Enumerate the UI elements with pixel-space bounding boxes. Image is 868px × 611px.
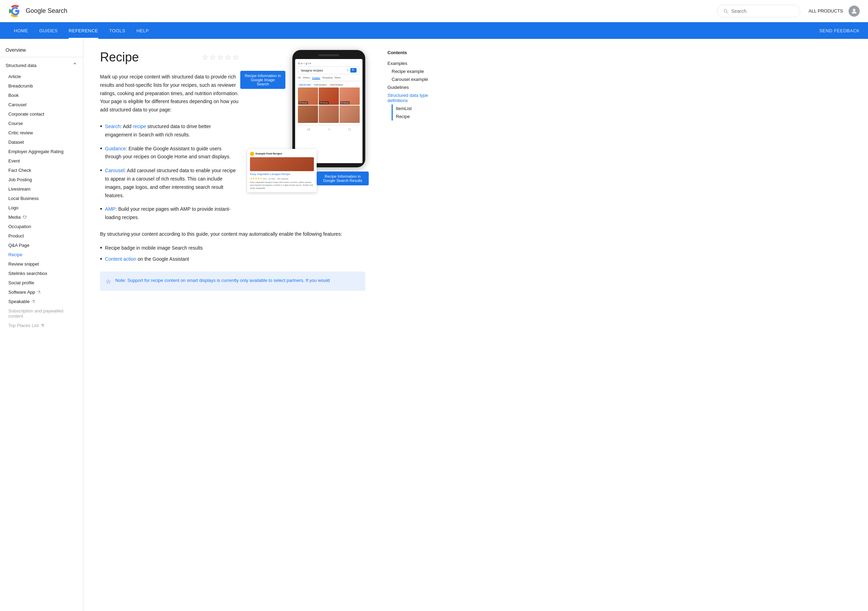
- star-5[interactable]: ☆: [232, 53, 239, 62]
- sidebar-item-label: Job Posting: [8, 177, 32, 182]
- sidebar-item[interactable]: Fact Check: [0, 166, 83, 175]
- bullet-amp: • AMP: Build your recipe pages with AMP …: [100, 205, 239, 222]
- sidebar-item[interactable]: Subscription and paywalled content: [0, 306, 83, 321]
- sidebar-item[interactable]: Q&A Page: [0, 240, 83, 250]
- sidebar-item[interactable]: Review snippet: [0, 259, 83, 269]
- sidebar-item-label: Critic review: [8, 130, 33, 135]
- sidebar-item[interactable]: Sitelinks searchbox: [0, 269, 83, 278]
- toc-item-examples[interactable]: Examples: [388, 59, 446, 67]
- nav-item-help[interactable]: HELP: [131, 22, 155, 39]
- sidebar-item[interactable]: Occupation: [0, 222, 83, 231]
- content-hero-row: Recipe ☆ ☆ ☆ ☆ ☆ Mark up your recipe con…: [100, 50, 365, 230]
- star-4[interactable]: ☆: [225, 53, 231, 62]
- image-cell-2: 95 Recipe: [319, 87, 339, 105]
- feature-item-1: • Recipe badge in mobile image Search re…: [100, 244, 365, 253]
- user-avatar[interactable]: [849, 6, 860, 17]
- sidebar-item[interactable]: Logo: [0, 203, 83, 212]
- flask-icon-2: ⚗: [32, 299, 36, 304]
- search-link[interactable]: Search: [105, 124, 120, 129]
- sidebar-item[interactable]: Speakable ⚗: [0, 297, 83, 306]
- bullet-dot-3: •: [100, 167, 102, 174]
- sidebar-item-label: Dataset: [8, 140, 24, 145]
- intro-paragraph: Mark up your recipe content with structu…: [100, 73, 239, 114]
- sidebar-item-label: Carousel: [8, 102, 26, 107]
- phone-tab-videos: Videos: [303, 76, 310, 79]
- sidebar-item[interactable]: Employer Aggregate Rating: [0, 147, 83, 156]
- sidebar-item[interactable]: Media 🛡: [0, 212, 83, 222]
- nav-bar: HOME GUIDES REFERENCE TOOLS HELP SEND FE…: [0, 22, 868, 39]
- sidebar-item-label: Review snippet: [8, 261, 39, 267]
- star-2[interactable]: ☆: [210, 53, 216, 62]
- star-1[interactable]: ☆: [202, 53, 208, 62]
- carousel-link[interactable]: Carousel: [105, 167, 124, 173]
- sidebar-item[interactable]: Product: [0, 231, 83, 240]
- bullet-guidance: • Guidance: Enable the Google Assistant …: [100, 145, 239, 161]
- sidebar-item[interactable]: Breadcrumb: [0, 81, 83, 91]
- nav-item-reference[interactable]: REFERENCE: [63, 22, 104, 39]
- toc-sub-recipe[interactable]: Recipe: [392, 112, 446, 121]
- sidebar-item[interactable]: Corporate contact: [0, 109, 83, 119]
- sidebar-item[interactable]: Job Posting: [0, 175, 83, 185]
- flask-icon-3: ⚗: [40, 323, 45, 328]
- sidebar-item[interactable]: Recipe: [0, 250, 83, 259]
- toc-item-guidelines[interactable]: Guidelines: [388, 83, 446, 91]
- bullet-carousel: • Carousel: Add carousel structured data…: [100, 167, 239, 200]
- toc-item-structured-data[interactable]: Structured data type definitions: [388, 91, 446, 104]
- hero-image-container: G o o g l e lasagna recipes: [247, 50, 365, 196]
- sidebar-item[interactable]: Event: [0, 156, 83, 166]
- nav-item-tools[interactable]: TOOLS: [104, 22, 131, 39]
- recipe-link[interactable]: recipe: [133, 124, 146, 129]
- sidebar-item-overview[interactable]: Overview: [0, 45, 83, 56]
- sidebar-item[interactable]: Dataset: [0, 138, 83, 147]
- feature-bullet-2: •: [100, 256, 102, 262]
- phone-image-grid: 95 Recipe 95 Recipe 95 Recipe: [298, 87, 360, 123]
- guidance-link[interactable]: Guidance: [105, 146, 126, 151]
- phone-search-text: lasagna recipes: [301, 69, 345, 72]
- star-3[interactable]: ☆: [217, 53, 223, 62]
- search-card-desc: Easy vegetable lasagna recipe with tende…: [250, 181, 314, 189]
- sidebar-item[interactable]: Local Business: [0, 194, 83, 203]
- toc-sub-recipe-example[interactable]: Recipe example: [388, 67, 446, 75]
- content-action-link[interactable]: Content action: [105, 256, 136, 262]
- sidebar-item[interactable]: Livestream: [0, 185, 83, 194]
- star-rating[interactable]: ☆ ☆ ☆ ☆ ☆: [202, 53, 239, 62]
- sidebar-item[interactable]: Social profile: [0, 278, 83, 287]
- nav-item-guides[interactable]: GUIDES: [34, 22, 63, 39]
- search-box[interactable]: [717, 5, 800, 17]
- sidebar-item-label: Subscription and paywalled content: [8, 308, 78, 319]
- sidebar-item-label: Occupation: [8, 224, 31, 229]
- search-results-card: Example Food Recipes Easy Vegetable Lasa…: [247, 149, 317, 192]
- sidebar-item[interactable]: Carousel: [0, 100, 83, 109]
- sidebar-item[interactable]: Critic review: [0, 128, 83, 138]
- sidebar-item[interactable]: Book: [0, 91, 83, 100]
- sidebar-item-label: Corporate contact: [8, 112, 44, 117]
- chip-1: step by step: [298, 83, 312, 86]
- recipe-label-2: 95 Recipe: [319, 101, 329, 104]
- chevron-up-icon[interactable]: ⌃: [72, 62, 78, 69]
- sidebar-item-label: Speakable: [8, 299, 29, 304]
- sidebar-item[interactable]: Article: [0, 72, 83, 81]
- recipe-label-3: 95 Recipe: [340, 101, 350, 104]
- phone-search-bar: lasagna recipes ✕ 🔍: [298, 66, 360, 74]
- search-input[interactable]: [731, 8, 794, 14]
- search-icon: [723, 8, 728, 14]
- toc-sub-carousel-example[interactable]: Carousel example: [388, 75, 446, 83]
- sidebar-item-label: Local Business: [8, 196, 39, 201]
- phone-tab-all: All: [298, 76, 301, 79]
- image-cell-1: 95 Recipe: [298, 87, 318, 105]
- toc-sub-itemlist[interactable]: ItemList: [392, 104, 446, 112]
- page-title-row: Recipe ☆ ☆ ☆ ☆ ☆: [100, 50, 239, 65]
- sidebar-item[interactable]: Course: [0, 119, 83, 128]
- search-card-title: Easy Vegetable Lasagna Recipe: [250, 172, 314, 176]
- send-feedback-link[interactable]: SEND FEEDBACK: [819, 28, 860, 33]
- phone-screen: G o o g l e lasagna recipes: [295, 59, 363, 163]
- nav-item-home[interactable]: HOME: [8, 22, 34, 39]
- amp-link[interactable]: AMP: [105, 206, 115, 212]
- phone-nav-menu: □: [349, 127, 351, 131]
- all-products-link[interactable]: ALL PRODUCTS: [809, 8, 843, 14]
- sidebar-item[interactable]: Software App ⚗: [0, 287, 83, 297]
- callout-search-results: Recipe Information in Google Search Resu…: [317, 172, 369, 185]
- sidebar-item-label: Article: [8, 74, 21, 79]
- sidebar: Overview Structured data ⌃ Article Bread…: [0, 39, 83, 611]
- sidebar-item[interactable]: Top Places List ⚗: [0, 321, 83, 330]
